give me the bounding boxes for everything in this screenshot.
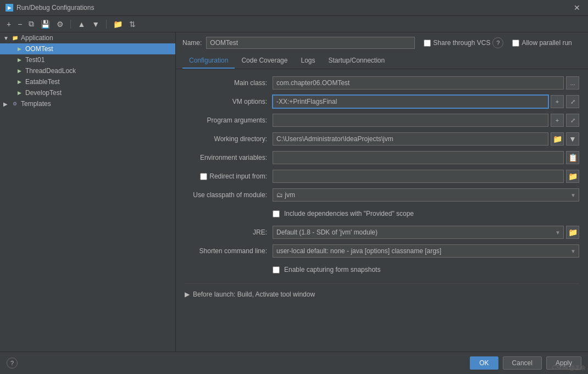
redirect-input[interactable] bbox=[273, 170, 564, 183]
env-vars-edit-button[interactable]: 📋 bbox=[566, 151, 579, 164]
add-button[interactable]: + bbox=[4, 19, 13, 30]
main-class-control: ... bbox=[273, 76, 579, 90]
tabs: Configuration Code Coverage Logs Startup… bbox=[176, 53, 588, 69]
name-label: Name: bbox=[182, 39, 202, 47]
move-up-button[interactable]: ▲ bbox=[75, 19, 87, 30]
sidebar-item-templates[interactable]: ▶ ⚙ Templates bbox=[0, 98, 175, 109]
sidebar-item-label: Templates bbox=[21, 100, 51, 108]
env-vars-label: Environment variables: bbox=[185, 154, 273, 161]
sidebar-item-label: OOMTest bbox=[25, 45, 53, 53]
sidebar-item-oomtest[interactable]: ▶ OOMTest bbox=[0, 43, 175, 54]
include-deps-label: Include dependencies with "Provided" sco… bbox=[284, 210, 414, 217]
folder-button[interactable]: 📁 bbox=[111, 19, 125, 30]
working-dir-input[interactable] bbox=[273, 132, 548, 146]
sidebar-item-label: Application bbox=[21, 34, 53, 42]
separator bbox=[70, 20, 71, 29]
vm-options-expand-button[interactable]: ⤢ bbox=[566, 95, 579, 108]
jre-control: Default (1.8 - SDK of 'jvm' module) ▼ 📁 bbox=[273, 226, 579, 239]
sort-button[interactable]: ⇅ bbox=[127, 19, 138, 30]
before-launch-label: Before launch: Build, Activate tool wind… bbox=[193, 291, 315, 298]
toolbar: + − ⧉ 💾 ⚙ ▲ ▼ 📁 ⇅ bbox=[0, 16, 588, 32]
vm-options-row: VM options: + ⤢ bbox=[185, 94, 579, 109]
expand-arrow: ▼ bbox=[3, 35, 9, 41]
redirect-checkbox[interactable] bbox=[200, 173, 207, 180]
name-row: Name: Share through VCS ? Allow parallel… bbox=[176, 32, 588, 53]
move-down-button[interactable]: ▼ bbox=[90, 19, 102, 30]
redirect-folder-button[interactable]: 📁 bbox=[566, 170, 579, 183]
jre-select[interactable]: Default (1.8 - SDK of 'jvm' module) bbox=[273, 226, 564, 239]
cancel-button[interactable]: Cancel bbox=[503, 356, 542, 370]
redirect-control: 📁 bbox=[273, 170, 579, 183]
classpath-label: Use classpath of module: bbox=[185, 191, 273, 199]
main-class-browse-button[interactable]: ... bbox=[566, 76, 579, 90]
name-input[interactable] bbox=[206, 37, 415, 49]
working-dir-label: Working directory: bbox=[185, 135, 273, 143]
classpath-select[interactable]: 🗂 jvm bbox=[273, 188, 579, 202]
before-launch-header[interactable]: ▶ Before launch: Build, Activate tool wi… bbox=[185, 288, 579, 300]
sidebar-item-label: ThreadDeadLock bbox=[25, 67, 76, 75]
program-args-plus-button[interactable]: + bbox=[551, 114, 564, 127]
env-vars-input[interactable] bbox=[273, 151, 564, 164]
main-class-row: Main class: ... bbox=[185, 76, 579, 90]
shorten-cmd-row: Shorten command line: user-local default… bbox=[185, 244, 579, 258]
allow-parallel-container: Allow parallel run bbox=[512, 39, 572, 47]
close-button[interactable]: ✕ bbox=[572, 3, 583, 12]
shorten-cmd-select[interactable]: user-local default: none - java [options… bbox=[273, 244, 579, 258]
sidebar-item-eatabletest[interactable]: ▶ EatableTest bbox=[0, 76, 175, 87]
file-icon: ▶ bbox=[15, 56, 23, 64]
settings-button[interactable]: ⚙ bbox=[54, 19, 66, 30]
shorten-cmd-control: user-local default: none - java [options… bbox=[273, 244, 579, 258]
redirect-input-row: Redirect input from: 📁 bbox=[185, 169, 579, 183]
before-launch-section: ▶ Before launch: Build, Activate tool wi… bbox=[185, 283, 579, 300]
sidebar-item-developtest[interactable]: ▶ DevelopTest bbox=[0, 87, 175, 98]
tab-code-coverage[interactable]: Code Coverage bbox=[235, 53, 294, 69]
save-button[interactable]: 💾 bbox=[38, 19, 52, 30]
remove-button[interactable]: − bbox=[15, 19, 24, 30]
tab-logs[interactable]: Logs bbox=[294, 53, 321, 69]
before-launch-arrow: ▶ bbox=[185, 291, 190, 298]
env-vars-control: 📋 bbox=[273, 151, 579, 164]
program-args-label: Program arguments: bbox=[185, 116, 273, 124]
file-icon: ▶ bbox=[15, 67, 23, 75]
share-vcs-help[interactable]: ? bbox=[492, 37, 503, 48]
footer-right: OK Cancel Apply bbox=[470, 356, 581, 370]
classpath-select-wrapper: 🗂 jvm ▼ bbox=[273, 188, 579, 202]
include-deps-checkbox[interactable] bbox=[273, 210, 280, 217]
working-dir-drop-button[interactable]: ▼ bbox=[566, 132, 579, 146]
jre-folder-button[interactable]: 📁 bbox=[566, 226, 579, 239]
ok-button[interactable]: OK bbox=[470, 356, 498, 370]
sidebar-item-test01[interactable]: ▶ Test01 bbox=[0, 54, 175, 65]
program-args-row: Program arguments: + ⤢ bbox=[185, 113, 579, 127]
working-dir-folder-button[interactable]: 📁 bbox=[551, 132, 564, 146]
program-args-control: + ⤢ bbox=[273, 114, 579, 127]
file-icon: ▶ bbox=[15, 45, 23, 53]
footer-help-button[interactable]: ? bbox=[7, 358, 18, 369]
vm-options-input[interactable] bbox=[273, 95, 548, 108]
main-class-label: Main class: bbox=[185, 79, 273, 87]
share-vcs-label: Share through VCS bbox=[433, 39, 490, 47]
apply-button[interactable]: Apply bbox=[546, 356, 581, 370]
program-args-expand-button[interactable]: ⤢ bbox=[566, 114, 579, 127]
sidebar-item-application[interactable]: ▼ 📁 Application bbox=[0, 32, 175, 43]
tab-configuration[interactable]: Configuration bbox=[182, 53, 235, 69]
jre-label: JRE: bbox=[185, 228, 273, 236]
templates-icon: ⚙ bbox=[11, 100, 19, 108]
file-icon: ▶ bbox=[15, 78, 23, 86]
capturing-forms-checkbox[interactable] bbox=[273, 266, 280, 273]
copy-button[interactable]: ⧉ bbox=[26, 18, 36, 30]
allow-parallel-checkbox[interactable] bbox=[512, 40, 519, 47]
file-icon: ▶ bbox=[15, 89, 23, 97]
tab-startup-connection[interactable]: Startup/Connection bbox=[321, 53, 391, 69]
vm-options-plus-button[interactable]: + bbox=[551, 95, 564, 108]
expand-arrow: ▶ bbox=[3, 101, 9, 107]
footer: ? OK Cancel Apply bbox=[0, 351, 588, 374]
jre-select-wrapper: Default (1.8 - SDK of 'jvm' module) ▼ bbox=[273, 226, 564, 239]
capturing-forms-label: Enable capturing form snapshots bbox=[284, 266, 380, 273]
share-vcs-checkbox[interactable] bbox=[424, 40, 431, 47]
sidebar-item-label: EatableTest bbox=[25, 78, 60, 86]
program-args-input[interactable] bbox=[273, 114, 548, 127]
sidebar-item-threaddeadlock[interactable]: ▶ ThreadDeadLock bbox=[0, 65, 175, 76]
share-vcs-container: Share through VCS ? bbox=[424, 37, 503, 48]
classpath-control: 🗂 jvm ▼ bbox=[273, 188, 579, 202]
main-class-input[interactable] bbox=[273, 76, 564, 90]
